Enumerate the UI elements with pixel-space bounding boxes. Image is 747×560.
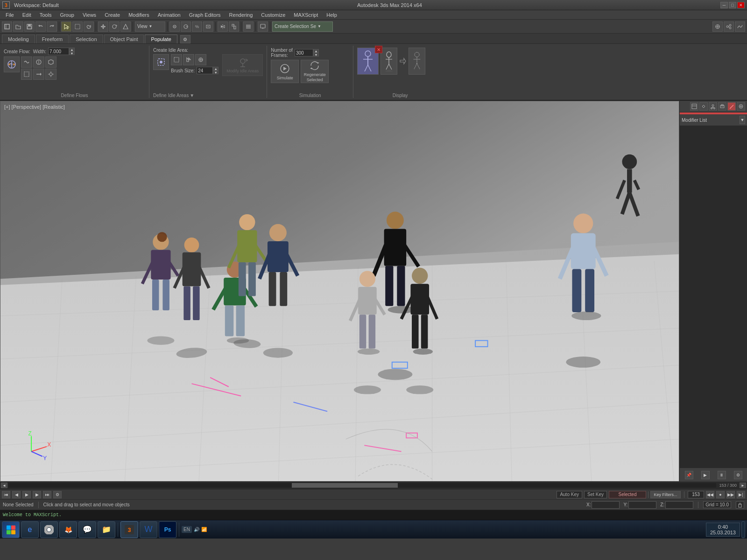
scroll-track[interactable] <box>8 483 716 488</box>
display-shadow-btn[interactable] <box>381 48 397 75</box>
y-input[interactable] <box>628 501 656 509</box>
angle-snap[interactable] <box>181 21 191 32</box>
menu-maxscript[interactable]: MAXScript <box>290 11 322 19</box>
anim-mode-btn[interactable]: ◀◀ <box>706 491 714 498</box>
tab-populate[interactable]: Populate <box>145 35 177 43</box>
menu-help[interactable]: Help <box>323 11 341 19</box>
go-to-end-btn[interactable]: ⏭ <box>43 491 51 498</box>
current-frame-display[interactable]: 153 <box>688 491 704 498</box>
move-button[interactable] <box>98 21 108 32</box>
minimize-button[interactable]: ─ <box>720 2 728 8</box>
firefox-button[interactable]: 🦊 <box>59 521 77 538</box>
menu-tools[interactable]: Tools <box>36 11 56 19</box>
regenerate-button[interactable]: RegenerateSelected <box>301 60 329 83</box>
menu-graph-editors[interactable]: Graph Editors <box>185 11 225 19</box>
rp-display-btn[interactable] <box>690 102 698 111</box>
select-button[interactable] <box>61 21 71 32</box>
create-selection-dropdown[interactable]: Create Selection Se ▼ <box>272 21 333 32</box>
flow-tool-6[interactable] <box>45 69 56 80</box>
select-region-button[interactable] <box>72 21 83 32</box>
skype-button[interactable]: 💬 <box>78 521 96 538</box>
new-button[interactable] <box>2 21 12 32</box>
reference-coord-dropdown[interactable]: View ▼ <box>135 21 165 32</box>
menu-customize[interactable]: Customize <box>257 11 289 19</box>
align-button[interactable] <box>229 21 239 32</box>
modify-idle-button[interactable]: Modify Idle Areas <box>222 54 263 76</box>
tab-options[interactable]: ⚙ <box>180 35 190 43</box>
ie-button[interactable]: e <box>21 521 39 538</box>
chrome-button[interactable] <box>40 521 58 538</box>
curve-editor[interactable] <box>735 21 745 32</box>
scroll-thumb[interactable] <box>292 483 398 488</box>
rp-play-btn[interactable]: ▶ <box>701 471 710 479</box>
brush-size-value[interactable]: 24 <box>197 67 213 74</box>
z-input[interactable] <box>665 501 693 509</box>
menu-modifiers[interactable]: Modifiers <box>125 11 153 19</box>
photoshop-button[interactable]: Ps <box>159 521 176 538</box>
tab-selection[interactable]: Selection <box>70 35 103 43</box>
menu-animation[interactable]: Animation <box>154 11 184 19</box>
maximize-button[interactable]: □ <box>729 2 736 8</box>
undo-button[interactable] <box>35 21 46 32</box>
close-button[interactable]: ✕ <box>737 2 745 8</box>
spinner-snap[interactable] <box>203 21 213 32</box>
modifier-list-dropdown[interactable]: ▼ <box>740 116 745 124</box>
tab-freeform[interactable]: Freeform <box>36 35 69 43</box>
select-lasso-button[interactable] <box>84 21 94 32</box>
flow-tool-4[interactable] <box>21 69 32 80</box>
redo-button[interactable] <box>47 21 57 32</box>
define-idle-arrow[interactable]: ▼ <box>190 93 194 98</box>
rp-motion-btn[interactable] <box>699 102 708 111</box>
playback-options-btn[interactable]: ⚙ <box>53 491 62 498</box>
frames-spin-up[interactable]: ▲ <box>313 49 319 53</box>
start-button[interactable] <box>2 521 20 538</box>
tab-modeling[interactable]: Modeling <box>2 35 35 43</box>
create-flow-main-btn[interactable] <box>4 56 20 72</box>
layer-manager[interactable] <box>243 21 254 32</box>
anim-end-btn[interactable]: ▶| <box>737 491 745 498</box>
rp-modify-btn[interactable] <box>727 102 736 111</box>
scroll-right-btn[interactable]: ► <box>740 483 746 488</box>
rp-pin-btn[interactable]: 📌 <box>685 471 693 479</box>
folder-button[interactable]: 📁 <box>98 521 115 538</box>
anim-record-btn[interactable]: ● <box>716 491 725 498</box>
idle-tool-2[interactable] <box>183 54 194 65</box>
rp-hierarchy-btn[interactable] <box>709 102 717 111</box>
width-spin-up[interactable]: ▲ <box>69 48 75 51</box>
scroll-left-btn[interactable]: ◄ <box>1 483 7 488</box>
winword-button[interactable]: W <box>140 521 157 538</box>
width-value[interactable]: 7.000 <box>48 48 69 55</box>
rotate-button[interactable] <box>109 21 120 32</box>
menu-edit[interactable]: Edit <box>19 11 35 19</box>
percent-snap[interactable]: % <box>192 21 202 32</box>
tab-object-paint[interactable]: Object Paint <box>104 35 144 43</box>
menu-file[interactable]: File <box>2 11 18 19</box>
delete-figure-btn[interactable]: ✕ <box>375 46 382 53</box>
save-button[interactable] <box>24 21 35 32</box>
idle-tool-1[interactable] <box>171 54 182 65</box>
snap-toggle[interactable] <box>169 21 180 32</box>
rp-pause-btn[interactable]: ⏸ <box>718 471 726 479</box>
flow-tool-3[interactable] <box>45 56 56 68</box>
open-button[interactable] <box>13 21 23 32</box>
grid-lock-btn[interactable] <box>736 501 744 509</box>
frames-value[interactable]: 300 <box>295 49 313 56</box>
manipulate-button[interactable] <box>712 21 723 32</box>
create-idle-main-btn[interactable] <box>153 54 169 70</box>
next-frame-btn[interactable]: ▶ <box>33 491 41 498</box>
go-to-start-btn[interactable]: ⏮ <box>2 491 10 498</box>
width-spin-down[interactable]: ▼ <box>69 51 75 55</box>
menu-views[interactable]: Views <box>79 11 100 19</box>
menu-group[interactable]: Group <box>56 11 78 19</box>
menu-rendering[interactable]: Rendering <box>226 11 257 19</box>
rp-utilities-btn[interactable] <box>718 102 726 111</box>
scale-button[interactable] <box>120 21 131 32</box>
rp-settings-btn[interactable]: ⚙ <box>734 471 742 479</box>
menu-create[interactable]: Create <box>101 11 124 19</box>
simulate-button[interactable]: Simulate <box>271 60 299 83</box>
rp-create-btn[interactable] <box>737 102 745 111</box>
mirror-button[interactable] <box>218 21 228 32</box>
x-input[interactable] <box>592 501 620 509</box>
play-btn[interactable]: ▶ <box>22 491 31 498</box>
schematic-view[interactable] <box>724 21 734 32</box>
